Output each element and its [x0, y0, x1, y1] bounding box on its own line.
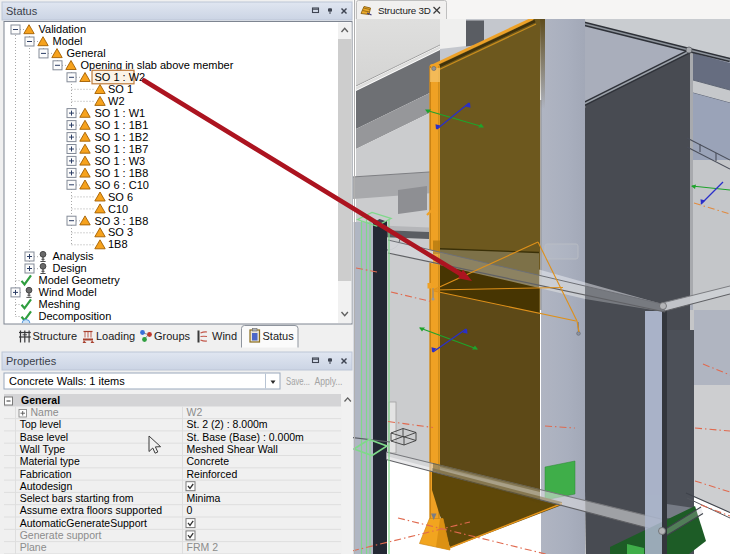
svg-text:Loading: Loading	[96, 330, 135, 342]
svg-text:Concrete: Concrete	[187, 455, 230, 467]
svg-text:Wind: Wind	[212, 330, 237, 342]
svg-text:Model Geometry: Model Geometry	[39, 274, 121, 286]
svg-text:Design: Design	[53, 262, 87, 274]
svg-text:SO 1 : 1B2: SO 1 : 1B2	[95, 131, 149, 143]
svg-text:Select bars starting from: Select bars starting from	[20, 492, 134, 504]
svg-text:SO 6: SO 6	[108, 191, 133, 203]
svg-text:SO 1 : W2: SO 1 : W2	[95, 71, 146, 83]
svg-text:W2: W2	[187, 406, 203, 418]
svg-text:0: 0	[187, 504, 193, 516]
svg-text:Save...: Save...	[286, 376, 310, 387]
svg-text:Apply...: Apply...	[315, 376, 343, 387]
svg-text:SO 1 : W1: SO 1 : W1	[95, 107, 146, 119]
svg-text:Minima: Minima	[187, 492, 221, 504]
svg-text:Base level: Base level	[20, 431, 68, 443]
svg-text:Wall Type: Wall Type	[20, 443, 66, 455]
svg-text:AutomaticGenerateSupport: AutomaticGenerateSupport	[20, 517, 147, 529]
svg-text:1B8: 1B8	[108, 238, 128, 250]
svg-text:SO 3: SO 3	[108, 226, 133, 238]
svg-text:C10: C10	[108, 203, 128, 215]
svg-text:Validation: Validation	[39, 23, 87, 35]
svg-text:Structure: Structure	[33, 330, 78, 342]
svg-text:Generate support: Generate support	[20, 529, 102, 541]
svg-text:SO 3 : 1B8: SO 3 : 1B8	[95, 215, 149, 227]
svg-text:General: General	[21, 394, 60, 406]
svg-text:Structure 3D: Structure 3D	[378, 5, 431, 16]
svg-text:Plane: Plane	[20, 541, 47, 553]
svg-text:Concrete Walls: 1 items: Concrete Walls: 1 items	[9, 375, 125, 387]
svg-text:SO 1 : 1B8: SO 1 : 1B8	[95, 167, 149, 179]
svg-text:Status: Status	[263, 330, 295, 342]
svg-text:SO 1: SO 1	[108, 83, 133, 95]
svg-text:SO 1 : 1B7: SO 1 : 1B7	[95, 143, 149, 155]
svg-text:Groups: Groups	[154, 330, 191, 342]
svg-text:Status: Status	[6, 5, 38, 17]
svg-text:Autodesign: Autodesign	[20, 480, 73, 492]
svg-text:St. 2 (2) : 8.000m: St. 2 (2) : 8.000m	[187, 418, 268, 430]
svg-text:W2: W2	[108, 95, 125, 107]
svg-text:Reinforced: Reinforced	[187, 468, 238, 480]
svg-text:Properties: Properties	[6, 355, 57, 367]
svg-text:Wind Model: Wind Model	[39, 286, 97, 298]
svg-text:Material type: Material type	[20, 455, 80, 467]
svg-text:FRM 2: FRM 2	[187, 541, 219, 553]
svg-text:Top level: Top level	[20, 418, 61, 430]
svg-text:Name: Name	[31, 406, 59, 418]
svg-text:Opening in slab above member: Opening in slab above member	[81, 59, 234, 71]
svg-text:Meshing: Meshing	[39, 298, 81, 310]
svg-text:Decomposition: Decomposition	[39, 310, 112, 322]
svg-text:Assume extra floors supported: Assume extra floors supported	[20, 504, 163, 516]
svg-text:Analysis: Analysis	[53, 250, 94, 262]
svg-text:Meshed Shear Wall: Meshed Shear Wall	[187, 443, 278, 455]
svg-text:General: General	[67, 47, 106, 59]
svg-text:Model: Model	[53, 35, 83, 47]
svg-text:SO 1 : 1B1: SO 1 : 1B1	[95, 119, 149, 131]
svg-text:Fabrication: Fabrication	[20, 468, 72, 480]
svg-text:St. Base (Base) : 0.000m: St. Base (Base) : 0.000m	[187, 431, 305, 443]
svg-text:SO 6 : C10: SO 6 : C10	[95, 179, 149, 191]
svg-text:SO 1 : W3: SO 1 : W3	[95, 155, 146, 167]
